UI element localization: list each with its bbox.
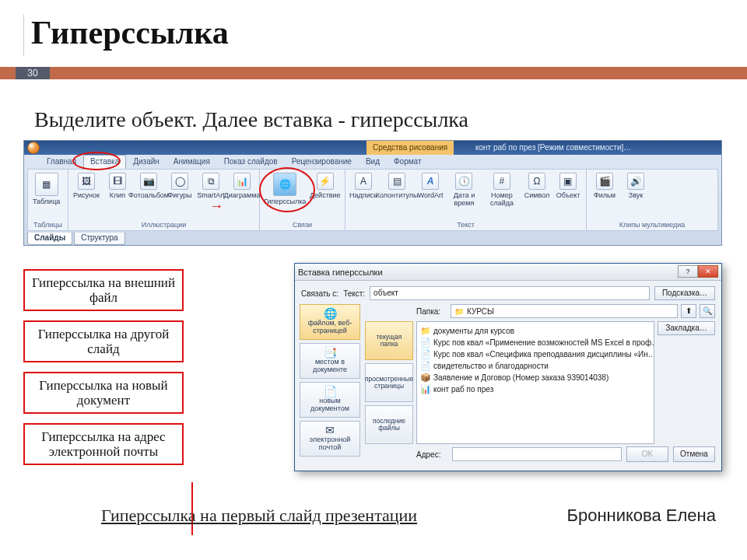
folder-select[interactable]: 📁КУРСЫ [451,304,678,318]
ribbon-hyperlink-button[interactable]: 🌐Гиперссылка [265,173,306,205]
ribbon-photoalbum-button[interactable]: 📷Фотоальбом [135,173,162,199]
nav-browse-button[interactable]: 🔍 [700,304,715,318]
ribbon-sound-button[interactable]: 🔊Звук [622,173,649,199]
ribbon-clip-button[interactable]: 🎞Клип [104,173,131,199]
context-tab-label: Средства рисования [366,141,454,155]
tab-insert[interactable]: Вставка [83,155,126,169]
hyperlink-icon: 🌐 [273,173,296,196]
ppt-icon: 📊 [420,384,430,394]
ribbon-chart-button[interactable]: 📊Диаграмма [229,173,255,199]
list-item[interactable]: 📄свидетельство и благодарности [420,360,651,372]
app-titlebar: Средства рисования конт раб по през [Реж… [24,141,721,155]
list-item[interactable]: 📄Курс пов квал «Применение возможностей … [420,337,651,348]
hyperlink-type-boxes: Гиперссылка на внешний файл Гиперссылка … [23,269,184,474]
group-media-label: Клипы мультимедиа [591,221,713,229]
powerpoint-ribbon: Средства рисования конт раб по през [Реж… [23,140,722,246]
address-field[interactable] [452,447,622,461]
ribbon-movie-button[interactable]: 🎬Фильм [591,173,618,199]
panel-tab-outline[interactable]: Структура [74,233,124,245]
ribbon-tabs: Главная Вставка Дизайн Анимация Показ сл… [40,155,429,169]
page-title: Гиперссылка [31,14,725,51]
globe-file-icon: 🌐 [324,310,337,317]
ribbon-table-button[interactable]: ▦Таблица [33,173,60,205]
linkto-email[interactable]: ✉электронной почтой [300,421,360,457]
datetime-icon: 🕔 [455,173,472,190]
linkto-new-doc[interactable]: 📄новым документом [300,382,360,418]
list-item[interactable]: 📦Заявление и Договор (Номер заказа 93901… [420,372,651,383]
folder-icon: 📁 [420,326,430,336]
group-text-label: Текст [350,221,581,229]
tab-slideshow[interactable]: Показ слайдов [217,155,285,169]
folder-label: Папка: [416,307,447,316]
list-item[interactable]: 📄Курс пов квал «Специфика преподавания д… [420,348,651,360]
dialog-titlebar[interactable]: Вставка гиперссылки ? ✕ [295,264,721,281]
symbol-icon: Ω [528,173,545,190]
accent-bar [0,67,747,79]
tab-animation[interactable]: Анимация [167,155,217,169]
word-doc-icon: 📄 [420,361,430,371]
scope-recent-files[interactable]: последние файлы [365,405,413,444]
picture-icon: 🖼 [78,173,95,190]
email-icon: ✉ [325,426,335,434]
insert-hyperlink-dialog: Вставка гиперссылки ? ✕ Связать с: Текст… [294,263,722,471]
ribbon-symbol-button[interactable]: ΩСимвол [524,173,550,199]
dialog-close-button[interactable]: ✕ [698,265,718,278]
ribbon-smartart-button[interactable]: ⧉SmartArt [198,173,224,199]
action-icon: ⚡ [317,173,334,190]
movie-icon: 🎬 [596,173,613,190]
tab-design[interactable]: Дизайн [126,155,167,169]
box-new-document: Гиперссылка на новый документ [23,372,184,414]
ribbon-slidenum-button[interactable]: #Номер слайда [485,173,519,207]
page-number: 30 [16,67,50,79]
textbox-icon: A [355,173,372,190]
archive-icon: 📦 [420,373,430,383]
ribbon-datetime-button[interactable]: 🕔Дата и время [448,173,480,207]
linkto-place-in-doc[interactable]: 📑местом в документе [300,343,360,379]
ribbon-textbox-button[interactable]: AНадпись [350,173,377,199]
office-orb-icon[interactable] [27,142,40,154]
text-label: Текст: [343,289,365,298]
box-email: Гиперссылка на адрес электронной почты [23,423,184,465]
linkto-label: Связать с: [301,289,338,298]
group-illustrations-label: Иллюстрации [73,221,254,229]
box-external-file: Гиперссылка на внешний файл [23,269,184,311]
hint-button[interactable]: Подсказка… [654,286,715,300]
document-title: конт раб по през [Режим совместимости]… [475,141,631,155]
sound-icon: 🔊 [627,173,644,190]
table-icon: ▦ [35,173,58,196]
ribbon-picture-button[interactable]: 🖼Рисунок [73,173,100,199]
box-other-slide: Гиперссылка на другой слайд [23,320,184,362]
chart-icon: 📊 [233,173,251,190]
clip-icon: 🎞 [109,173,126,190]
panel-tab-slides[interactable]: Слайды [27,233,72,245]
nav-up-button[interactable]: ⬆ [681,304,696,318]
bookmark-button[interactable]: Закладка… [658,321,715,335]
headerfooter-icon: ▤ [388,173,405,190]
ribbon-shapes-button[interactable]: ◯Фигуры [167,173,193,199]
word-doc-icon: 📄 [420,349,430,359]
slide-hyperlink-sample[interactable]: Гиперссылка на первый слайд презентации [101,506,417,526]
folder-icon: 📁 [454,307,464,316]
dialog-help-button[interactable]: ? [678,265,698,278]
file-list[interactable]: 📁документы для курсов 📄Курс пов квал «Пр… [416,321,654,444]
tab-home[interactable]: Главная [40,155,83,169]
scope-browsed-pages[interactable]: просмотренные страницы [365,363,413,402]
list-item[interactable]: 📁документы для курсов [420,325,651,337]
ribbon-wordart-button[interactable]: AWordArt [417,173,444,199]
decorative-divider [23,14,24,56]
cancel-button[interactable]: Отмена [673,446,715,462]
scope-current-folder[interactable]: текущая папка [365,321,413,360]
ok-button[interactable]: OK [626,446,668,462]
tab-view[interactable]: Вид [359,155,387,169]
list-item[interactable]: 📊конт раб по през [420,383,651,395]
instruction-text: Выделите объект. Далее вставка - гиперсс… [34,107,468,132]
linkto-file-web[interactable]: 🌐файлом, веб-страницей [300,304,360,340]
ribbon-action-button[interactable]: ⚡Действие [310,173,340,199]
tab-review[interactable]: Рецензирование [285,155,359,169]
ribbon-object-button[interactable]: ▣Объект [555,173,581,199]
ribbon-headerfooter-button[interactable]: ▤Колонтитулы [381,173,412,199]
group-links-label: Связи [265,221,340,229]
text-field[interactable]: объект [370,286,650,300]
tab-format[interactable]: Формат [387,155,429,169]
author-name: Бронникова Елена [566,506,716,526]
